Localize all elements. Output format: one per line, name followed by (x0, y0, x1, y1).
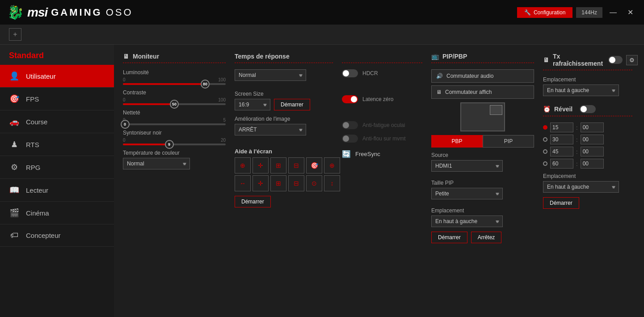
alarm-m-select-3[interactable]: 00153045 (581, 147, 604, 156)
pip-source-wrapper: HDMI1 HDMI2 DP ▼ (431, 160, 503, 172)
tx-toggle[interactable] (608, 56, 623, 64)
aide-demarrer-button[interactable]: Démarrer (235, 196, 271, 207)
audio-icon: 🔊 (436, 73, 443, 79)
alarm-dot-2[interactable] (543, 137, 547, 142)
aide-icon-5[interactable]: 🎯 (306, 157, 322, 173)
aide-icon-1[interactable]: ⊕ (235, 157, 251, 173)
amelioration-wrapper: ARRÊT MARCHE ▼ (235, 124, 306, 135)
alarm-dot-3[interactable] (543, 149, 547, 154)
synto-slider[interactable]: 0 20 9 (123, 138, 226, 145)
aide-icon-2[interactable]: ✛ (253, 157, 269, 173)
freesync-row: 🔄 FreeSync (342, 150, 422, 158)
temp-couleur-select[interactable]: Normal Chaud Froid Personnalisé (123, 158, 190, 169)
tx-demarrer-button[interactable]: Démarrer (543, 197, 579, 209)
contraste-slider[interactable]: 0 100 50 (123, 97, 226, 105)
sidebar-item-cinema[interactable]: 🎬 Cinéma (0, 202, 114, 224)
sidebar-item-course[interactable]: 🚗 Course (0, 110, 114, 133)
pip-emplacement-label: Emplacement (431, 207, 534, 214)
taille-pip-select[interactable]: Petite Moyenne Grande (431, 188, 503, 199)
pip-button[interactable]: PIP (483, 135, 534, 148)
temp-couleur-label: Température de couleur (123, 150, 226, 156)
luminosite-label: Luminosité (123, 69, 226, 76)
alarm-dot-1[interactable] (543, 125, 547, 130)
alarm-m-select-2[interactable]: 00153045 (581, 135, 604, 144)
tabbar: + (0, 25, 644, 45)
luminosite-slider[interactable]: 0 100 80 (123, 77, 226, 85)
pip-demarrer-button[interactable]: Démarrer (431, 232, 467, 243)
alarm-h-select-4[interactable]: 60153045 (550, 159, 573, 169)
pip-source-select[interactable]: HDMI1 HDMI2 DP (431, 160, 503, 172)
tab-add-button[interactable]: + (9, 28, 21, 41)
config-button[interactable]: 🔧 Configuration (517, 7, 572, 18)
latence-zero-row: Latence zéro (342, 95, 422, 103)
luminosite-thumb[interactable]: 80 (201, 80, 210, 89)
sidebar-item-rpg[interactable]: ⚙ RPG (0, 156, 114, 179)
aide-icon-8[interactable]: ✛ (253, 175, 269, 191)
aide-icon-4[interactable]: ⊟ (288, 157, 304, 173)
alarm-h-select-1[interactable]: 15304560 (550, 123, 573, 132)
aide-icon-9[interactable]: ⊞ (270, 175, 286, 191)
tx-emplacement-label: Emplacement (543, 76, 632, 83)
sidebar-item-label: FPS (26, 95, 39, 103)
temps-select[interactable]: Normal Rapide Ultra-rapide (235, 69, 306, 81)
aide-icon-7[interactable]: ↔ (235, 175, 251, 191)
freesync-label: FreeSync (355, 151, 380, 157)
amelioration-select[interactable]: ARRÊT MARCHE (235, 124, 306, 135)
titlebar: 🐉 msi GAMING OSO 🔧 Configuration 144Hz —… (0, 0, 644, 25)
lecteur-icon: 📖 (9, 185, 20, 195)
aide-icons-grid: ⊕ ✛ ⊞ ⊟ 🎯 ⊕ ↔ ✛ ⊞ ⊟ ⊙ ↕ (235, 157, 333, 191)
screen-size-select[interactable]: 16:9 4:3 1:1 (235, 99, 270, 110)
tx-icon: 🖥 (543, 56, 549, 63)
pip-inner-preview (490, 105, 502, 115)
pip-arretez-button[interactable]: Arrêtez (471, 232, 502, 243)
minimize-button[interactable]: — (606, 8, 620, 17)
tx-settings-button[interactable]: ⚙ (626, 55, 638, 65)
alarm-dot-4[interactable] (543, 161, 547, 166)
hdcr-label: HDCR (362, 70, 378, 76)
aide-icon-10[interactable]: ⊟ (288, 175, 304, 191)
sidebar-item-concepteur[interactable]: 🏷 Concepteur (0, 224, 114, 247)
tx-emplacement-select[interactable]: En haut à gauche En haut à droite En bas… (543, 85, 619, 96)
alarm-row-2: 30154560 : 00153045 (543, 135, 632, 144)
sidebar-item-rts[interactable]: ♟ RTS (0, 133, 114, 156)
contraste-thumb[interactable]: 50 (170, 100, 179, 109)
sidebar-item-fps[interactable]: 🎯 FPS (0, 88, 114, 110)
user-icon: 👤 (9, 71, 20, 81)
pip-emplacement-select[interactable]: En haut à gauche En haut à droite En bas… (431, 216, 503, 227)
commutateur-affich-label: Commutateur affich (445, 89, 492, 95)
tx-emplacement2-select[interactable]: En haut à gauche En haut à droite En bas… (543, 181, 619, 193)
nettete-slider[interactable]: 0 5 0 (123, 118, 226, 125)
pbp-button[interactable]: PBP (431, 135, 483, 148)
sidebar-item-utilisateur[interactable]: 👤 Utilisateur (0, 65, 114, 88)
synto-thumb[interactable]: 9 (165, 140, 174, 149)
aide-icon-3[interactable]: ⊞ (270, 157, 286, 173)
commutateur-affich-button[interactable]: 🖥 Commutateur affich (431, 85, 534, 99)
alarm-h-select-2[interactable]: 30154560 (550, 135, 573, 144)
alarm-h-select-3[interactable]: 45153060 (550, 147, 573, 156)
commutateur-audio-button[interactable]: 🔊 Commutateur audio (431, 69, 534, 83)
aide-icon-11[interactable]: ⊙ (306, 175, 322, 191)
sidebar-item-lecteur[interactable]: 📖 Lecteur (0, 179, 114, 202)
temps-header: Temps de réponse (235, 53, 333, 60)
alarm-m-select-1[interactable]: 00153045 (581, 123, 604, 132)
pip-title: PIP/PBP (442, 53, 467, 60)
close-button[interactable]: ✕ (624, 7, 637, 17)
pip-section: 📺 PIP/PBP 🔊 Commutateur audio 🖥 Commutat… (431, 53, 534, 309)
config-icon: 🔧 (524, 9, 531, 16)
reveil-toggle[interactable] (580, 105, 596, 113)
nettete-thumb[interactable]: 0 (121, 120, 130, 129)
aide-icon-12[interactable]: ↕ (324, 175, 340, 191)
hdcr-toggle[interactable] (342, 69, 358, 77)
aide-label: Aide à l'écran (235, 148, 333, 155)
alarm-m-select-4[interactable]: 00153045 (581, 159, 604, 169)
latence-zero-toggle[interactable] (342, 95, 358, 103)
monitor-icon: 🖥 (123, 53, 129, 60)
anti-fatigue-toggle[interactable] (342, 121, 358, 129)
anti-flou-toggle[interactable] (342, 135, 358, 143)
aide-icon-6[interactable]: ⊕ (324, 157, 340, 173)
dragon-icon: 🐉 (7, 4, 24, 20)
content-area: 🖥 Moniteur Luminosité 0 100 80 Contraste (114, 45, 644, 317)
screen-size-demarrer-button[interactable]: Démarrer (274, 99, 310, 110)
sidebar-section-title: Standard (0, 45, 114, 65)
pip-header: 📺 PIP/PBP (431, 53, 534, 60)
